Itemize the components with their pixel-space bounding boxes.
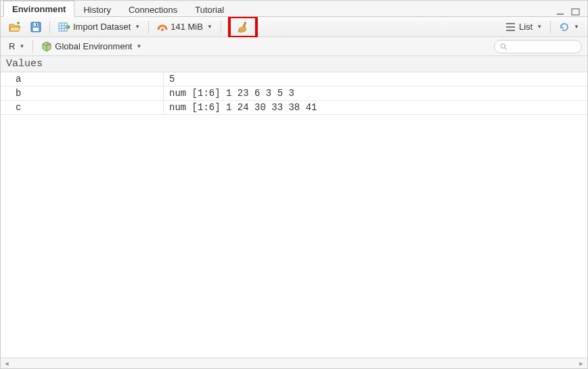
variable-list: a 5 b num [1:6] 1 23 6 3 5 3 c num [1:6]… — [1, 72, 587, 358]
svg-rect-0 — [557, 14, 564, 15]
separator — [221, 21, 221, 33]
memory-usage-button[interactable]: 141 MiB ▼ — [154, 20, 215, 34]
variable-name: a — [1, 74, 163, 84]
scroll-left-icon[interactable]: ◄ — [2, 359, 12, 368]
list-view-icon — [505, 22, 516, 32]
toolbar-scope: R ▼ Global Environment ▼ — [1, 37, 587, 56]
tab-environment[interactable]: Environment — [3, 1, 74, 17]
import-grid-icon — [58, 22, 70, 32]
caret-down-icon: ▼ — [574, 24, 579, 30]
variable-row[interactable]: b num [1:6] 1 23 6 3 5 3 — [1, 87, 587, 101]
environment-scope-selector[interactable]: Global Environment ▼ — [39, 40, 144, 53]
tab-tutorial[interactable]: Tutorial — [186, 1, 233, 17]
tab-history[interactable]: History — [74, 1, 119, 17]
environment-pane: Environment History Connections Tutorial… — [0, 0, 588, 369]
variable-value: 5 — [163, 72, 587, 86]
scroll-right-icon[interactable]: ► — [576, 359, 586, 368]
separator — [49, 21, 50, 33]
variable-name: c — [1, 102, 163, 113]
search-input[interactable] — [494, 40, 582, 53]
separator — [550, 21, 551, 33]
variable-value: num [1:6] 1 24 30 33 38 41 — [163, 101, 587, 114]
search-icon — [500, 43, 507, 51]
section-header-values: Values — [1, 56, 587, 72]
tab-strip: Environment History Connections Tutorial — [1, 1, 587, 17]
caret-down-icon: ▼ — [537, 24, 542, 30]
caret-down-icon: ▼ — [19, 43, 24, 49]
separator — [32, 41, 33, 53]
memory-gauge-icon — [157, 22, 168, 32]
refresh-button[interactable]: ▼ — [556, 20, 582, 34]
minimize-pane-icon[interactable] — [556, 8, 566, 16]
language-label: R — [9, 41, 15, 51]
horizontal-scrollbar[interactable]: ◄ ► — [1, 358, 587, 368]
clear-workspace-button[interactable] — [233, 20, 252, 34]
separator — [148, 21, 149, 33]
language-selector[interactable]: R ▼ — [6, 40, 27, 53]
variable-name: b — [1, 88, 163, 99]
search-field[interactable] — [510, 42, 576, 51]
toolbar-main: Import Dataset ▼ 141 MiB ▼ Lis — [1, 17, 587, 37]
import-dataset-label: Import Dataset — [73, 22, 131, 32]
memory-usage-label: 141 MiB — [171, 22, 203, 32]
svg-rect-3 — [33, 28, 39, 31]
open-folder-icon — [9, 22, 21, 32]
load-workspace-button[interactable] — [6, 20, 24, 34]
package-cube-icon — [41, 41, 52, 52]
caret-down-icon: ▼ — [136, 43, 141, 49]
svg-point-19 — [501, 44, 505, 48]
scope-label: Global Environment — [55, 41, 132, 51]
variable-value: num [1:6] 1 23 6 3 5 3 — [163, 87, 587, 100]
caret-down-icon: ▼ — [135, 24, 140, 30]
svg-rect-1 — [572, 9, 579, 15]
save-workspace-button[interactable] — [28, 20, 44, 34]
variable-row[interactable]: a 5 — [1, 72, 587, 87]
caret-down-icon: ▼ — [207, 24, 212, 30]
highlight-box — [228, 16, 258, 39]
svg-rect-5 — [36, 23, 37, 25]
maximize-pane-icon[interactable] — [571, 8, 581, 16]
svg-point-11 — [161, 28, 164, 31]
refresh-icon — [559, 22, 570, 32]
save-icon — [30, 22, 41, 32]
view-mode-label: List — [519, 22, 533, 32]
import-dataset-button[interactable]: Import Dataset ▼ — [55, 20, 143, 34]
svg-line-20 — [505, 47, 507, 49]
tab-connections[interactable]: Connections — [120, 1, 186, 17]
variable-row[interactable]: c num [1:6] 1 24 30 33 38 41 — [1, 101, 587, 115]
view-mode-button[interactable]: List ▼ — [503, 20, 545, 33]
broom-icon — [236, 20, 250, 34]
